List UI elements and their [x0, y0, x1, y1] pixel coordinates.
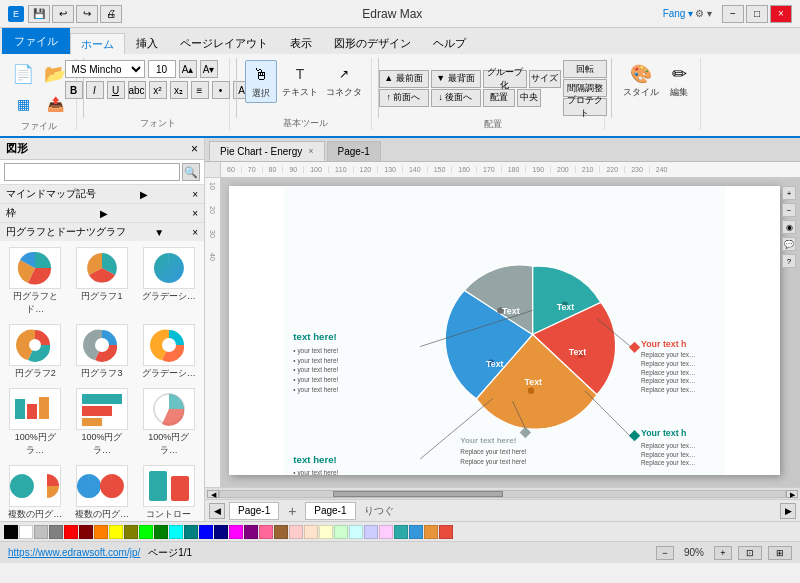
align-btn[interactable]: 配置 [483, 89, 515, 107]
color-swatch-lightcyan[interactable] [349, 525, 363, 539]
color-swatch-navy[interactable] [214, 525, 228, 539]
shape-item-5[interactable]: グラデーシ… [137, 322, 200, 382]
hscroll-right-btn[interactable]: ▶ [786, 490, 798, 498]
color-swatch-orange2[interactable] [424, 525, 438, 539]
add-page-btn[interactable]: + [283, 502, 301, 520]
section-border-close[interactable]: × [192, 208, 198, 219]
section-border-header[interactable]: 枠 ▶ × [0, 204, 204, 222]
shape-item-6[interactable]: 100%円グラ… [4, 386, 67, 459]
color-swatch-lightgreen[interactable] [334, 525, 348, 539]
canvas-surface[interactable]: Text Text Text Text Text text here! • yo… [221, 178, 800, 487]
tab-insert[interactable]: 挿入 [125, 32, 169, 54]
minimize-btn[interactable]: − [722, 5, 744, 23]
color-swatch-pink[interactable] [259, 525, 273, 539]
maximize-btn[interactable]: □ [746, 5, 768, 23]
hscroll-track[interactable] [219, 490, 786, 498]
color-swatch-red[interactable] [64, 525, 78, 539]
shape-item-3[interactable]: 円グラフ2 [4, 322, 67, 382]
zoom-out-btn[interactable]: − [656, 546, 674, 560]
protect-btn[interactable]: プロテクト [563, 98, 607, 116]
color-swatch-green[interactable] [154, 525, 168, 539]
connector-btn[interactable]: ↗ コネクタ [323, 60, 365, 101]
format-btn[interactable]: ▦ [8, 90, 38, 118]
color-swatch-lime[interactable] [139, 525, 153, 539]
section-pie-close[interactable]: × [192, 227, 198, 238]
tab-home[interactable]: ホーム [70, 33, 125, 55]
rotate-btn[interactable]: 回転 [563, 60, 607, 78]
font-size-input[interactable] [148, 60, 176, 78]
shape-item-0[interactable]: 円グラフとド… [4, 245, 67, 318]
search-btn[interactable]: 🔍 [182, 163, 200, 181]
center-btn[interactable]: 中央 [517, 89, 541, 107]
back-btn[interactable]: ▼ 最背面 [431, 70, 481, 88]
font-size-down-btn[interactable]: A▾ [200, 60, 218, 78]
shape-item-2[interactable]: グラデーシ… [137, 245, 200, 318]
color-swatch-blue[interactable] [199, 525, 213, 539]
hscroll-thumb[interactable] [333, 491, 503, 497]
select-btn[interactable]: 🖱 選択 [245, 60, 277, 103]
canvas-tab-close-btn[interactable]: × [308, 146, 313, 156]
strikethrough-btn[interactable]: abc [128, 81, 146, 99]
shape-item-1[interactable]: 円グラフ1 [71, 245, 134, 318]
tab-pagelayout[interactable]: ページレイアウト [169, 32, 279, 54]
fit-page-btn[interactable]: ⊡ [738, 546, 762, 560]
tab-help[interactable]: ヘルプ [422, 32, 477, 54]
font-name-select[interactable]: MS Mincho [65, 60, 145, 78]
page-next-btn[interactable]: ▶ [780, 503, 796, 519]
forward-btn[interactable]: ↑ 前面へ [379, 89, 429, 107]
group-btn[interactable]: グループ化 [483, 70, 527, 88]
shape-item-8[interactable]: 100%円グラ… [137, 386, 200, 459]
quick-save-btn[interactable]: 💾 [28, 5, 50, 23]
backward-btn[interactable]: ↓ 後面へ [431, 89, 481, 107]
shape-item-7[interactable]: 100%円グラ… [71, 386, 134, 459]
color-swatch-yellow[interactable] [109, 525, 123, 539]
subscript-btn[interactable]: x₂ [170, 81, 188, 99]
color-swatch-red2[interactable] [439, 525, 453, 539]
grid-toggle-btn[interactable]: ⊞ [768, 546, 792, 560]
color-swatch-lightmagenta[interactable] [379, 525, 393, 539]
tab-view[interactable]: 表示 [279, 32, 323, 54]
color-swatch-white[interactable] [19, 525, 33, 539]
user-menu[interactable]: Fang ▾ [663, 8, 694, 19]
canvas-tool-1[interactable]: + [782, 186, 796, 200]
canvas-tab-page1[interactable]: Page-1 [327, 141, 381, 161]
color-swatch-olive[interactable] [124, 525, 138, 539]
style-btn[interactable]: 🎨 スタイル [620, 60, 662, 101]
color-swatch-lightpink[interactable] [289, 525, 303, 539]
color-swatch-blue2[interactable] [409, 525, 423, 539]
underline-btn[interactable]: U [107, 81, 125, 99]
color-swatch-magenta[interactable] [229, 525, 243, 539]
print-btn[interactable]: 🖨 [100, 5, 122, 23]
canvas-tab-active[interactable]: Pie Chart - Energy × [209, 141, 325, 161]
shape-item-9[interactable]: 複数の円グ… [4, 463, 67, 521]
canvas-tool-2[interactable]: − [782, 203, 796, 217]
color-swatch-lightyellow[interactable] [319, 525, 333, 539]
page-tab-1[interactable]: Page-1 [229, 502, 279, 520]
color-swatch-orange[interactable] [94, 525, 108, 539]
color-swatch-lavender[interactable] [364, 525, 378, 539]
color-swatch-brown[interactable] [274, 525, 288, 539]
color-swatch-cyan[interactable] [169, 525, 183, 539]
close-btn[interactable]: × [770, 5, 792, 23]
size-btn[interactable]: サイズ [529, 70, 561, 88]
italic-btn[interactable]: I [86, 81, 104, 99]
color-swatch-darkred[interactable] [79, 525, 93, 539]
bold-btn[interactable]: B [65, 81, 83, 99]
section-mindmap-header[interactable]: マインドマップ記号 ▶ × [0, 185, 204, 203]
bullet-btn[interactable]: • [212, 81, 230, 99]
zoom-in-btn[interactable]: + [714, 546, 732, 560]
superscript-btn[interactable]: x² [149, 81, 167, 99]
shape-item-10[interactable]: 複数の円グ… [71, 463, 134, 521]
canvas-tool-5[interactable]: ? [782, 254, 796, 268]
shape-item-11[interactable]: コントロール… [137, 463, 200, 521]
color-swatch-purple[interactable] [244, 525, 258, 539]
undo-btn[interactable]: ↩ [52, 5, 74, 23]
color-swatch-gray[interactable] [34, 525, 48, 539]
section-mindmap-close[interactable]: × [192, 189, 198, 200]
color-swatch-darkgray[interactable] [49, 525, 63, 539]
tab-file[interactable]: ファイル [2, 28, 70, 54]
section-pie-header[interactable]: 円グラフとドーナツグラフ ▼ × [0, 223, 204, 241]
panel-close-btn[interactable]: × [191, 142, 198, 156]
color-swatch-peach[interactable] [304, 525, 318, 539]
front-btn[interactable]: ▲ 最前面 [379, 70, 429, 88]
